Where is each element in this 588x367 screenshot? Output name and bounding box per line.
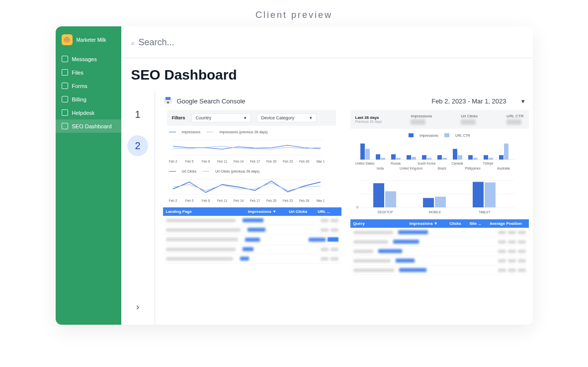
svg-text:United States: United States — [355, 162, 375, 165]
sidebar-item-label: Files — [72, 70, 84, 76]
svg-rect-43 — [468, 155, 473, 160]
svg-text:Feb 17: Feb 17 — [250, 199, 260, 202]
legend-label: URL CTR — [455, 134, 470, 137]
preview-label: Client preview — [0, 0, 588, 26]
date-range-picker[interactable]: Feb 2, 2023 - Mar 1, 2023 ▾ — [431, 97, 524, 105]
svg-rect-30 — [365, 149, 370, 160]
kpi-clicks: Url Clicks — [461, 114, 478, 125]
sidebar-item-files[interactable]: Files — [56, 66, 121, 79]
sidebar-item-label: Messages — [72, 56, 97, 62]
book-icon — [62, 109, 68, 116]
google-search-console-icon — [163, 96, 173, 106]
svg-text:Feb 17: Feb 17 — [250, 160, 260, 163]
gsc-brand: Google Search Console — [163, 96, 246, 106]
col-url[interactable]: URL ... — [318, 209, 338, 214]
table-row[interactable] — [350, 266, 529, 275]
svg-text:Mar 1: Mar 1 — [316, 199, 325, 202]
chevron-down-icon: ▾ — [310, 115, 312, 120]
svg-rect-37 — [422, 155, 426, 160]
main-content: ⌕ Search... SEO Dashboard 1 2 › Google S… — [121, 26, 533, 325]
sidebar-item-label: Forms — [72, 83, 87, 89]
query-table: Query Impressions ▼ Clicks Site ... Aver… — [350, 219, 529, 275]
sidebar-item-label: Helpdesk — [72, 110, 95, 116]
presentation-icon — [62, 123, 68, 129]
country-filter[interactable]: Country▾ — [191, 113, 251, 122]
svg-text:Russia: Russia — [391, 162, 401, 165]
svg-rect-45 — [484, 155, 488, 160]
svg-rect-35 — [407, 155, 411, 160]
table-row[interactable] — [350, 237, 529, 247]
col-clicks[interactable]: Url Clicks — [289, 209, 318, 214]
sidebar-item-forms[interactable]: Forms — [56, 79, 121, 92]
legend-label: Impressions — [420, 134, 438, 137]
kpi-ctr: URL CTR — [506, 114, 523, 125]
sidebar: 🐵 Marketer Milk Messages Files Forms Bil… — [56, 26, 121, 325]
svg-rect-33 — [391, 154, 396, 160]
svg-text:DESKTOP: DESKTOP — [377, 210, 393, 214]
col-site[interactable]: Site ... — [470, 221, 490, 226]
svg-text:Feb 5: Feb 5 — [185, 199, 193, 202]
embedded-dashboard: Google Search Console Feb 2, 2023 - Mar … — [155, 90, 533, 325]
svg-text:Feb 26: Feb 26 — [299, 199, 309, 202]
sidebar-item-billing[interactable]: Billing — [56, 92, 121, 106]
filters-bar: Filters Country▾ Device Category▾ — [167, 110, 336, 126]
step-2[interactable]: 2 — [127, 135, 148, 156]
svg-text:Feb 11: Feb 11 — [217, 160, 227, 163]
svg-rect-42 — [458, 155, 462, 160]
svg-text:Feb 2: Feb 2 — [168, 160, 177, 163]
table-row[interactable] — [163, 235, 341, 245]
legend-swatch — [169, 132, 176, 133]
svg-rect-48 — [504, 144, 508, 160]
step-1[interactable]: 1 — [135, 109, 140, 120]
device-filter[interactable]: Device Category▾ — [257, 113, 317, 122]
search-icon: ⌕ — [131, 39, 135, 46]
svg-rect-34 — [396, 158, 401, 160]
brand[interactable]: 🐵 Marketer Milk — [56, 32, 121, 52]
landing-page-table: Landing Page Impressions ▼ Url Clicks UR… — [163, 207, 341, 264]
table-row[interactable] — [350, 256, 529, 266]
clicks-line-chart: Url Clicks Url Clicks (previous 28 days)… — [163, 168, 341, 204]
col-clicks[interactable]: Clicks — [449, 221, 469, 226]
table-row[interactable] — [350, 228, 529, 237]
col-impressions[interactable]: Impressions ▼ — [409, 221, 449, 226]
legend-swatch — [202, 171, 209, 172]
svg-text:Feb 23: Feb 23 — [282, 160, 293, 163]
chevron-right-icon[interactable]: › — [136, 302, 139, 312]
svg-rect-39 — [437, 155, 442, 160]
col-avg-position[interactable]: Average Position — [490, 221, 526, 226]
legend-swatch — [444, 133, 449, 137]
filters-label: Filters — [172, 115, 185, 120]
clipboard-icon — [62, 83, 68, 89]
svg-text:Türkiye: Türkiye — [483, 162, 494, 166]
svg-rect-68 — [473, 182, 484, 207]
sidebar-item-helpdesk[interactable]: Helpdesk — [56, 106, 121, 119]
svg-text:Brazil: Brazil — [437, 167, 446, 170]
device-bar-chart: 0 DESKTOP MOBILE TABLET — [350, 177, 529, 216]
svg-text:TABLET: TABLET — [478, 210, 490, 214]
svg-text:MOBILE: MOBILE — [428, 210, 441, 214]
table-row[interactable] — [163, 245, 341, 254]
table-row[interactable] — [163, 254, 341, 264]
kpi-impressions: Impressions — [411, 114, 432, 125]
col-impressions[interactable]: Impressions ▼ — [248, 209, 289, 214]
sidebar-item-seo-dashboard[interactable]: SEO Dashboard — [56, 119, 121, 133]
svg-rect-67 — [435, 196, 446, 207]
legend-swatch — [409, 133, 414, 137]
app-window: 🐵 Marketer Milk Messages Files Forms Bil… — [56, 26, 533, 325]
page-title: SEO Dashboard — [121, 58, 533, 90]
kpi-sub-label: Previous 28 days — [355, 120, 382, 123]
svg-rect-65 — [385, 191, 396, 207]
table-row[interactable] — [163, 225, 341, 235]
sidebar-item-messages[interactable]: Messages — [56, 52, 121, 66]
brand-name: Marketer Milk — [77, 37, 106, 43]
svg-rect-1 — [166, 97, 170, 100]
table-row[interactable] — [163, 216, 341, 225]
table-row[interactable] — [350, 247, 529, 256]
legend-label: Url Clicks (previous 28 days) — [215, 170, 259, 173]
search-bar[interactable]: ⌕ Search... — [121, 26, 533, 58]
col-landing-page[interactable]: Landing Page — [166, 209, 248, 214]
legend-label: Url Clicks — [182, 170, 197, 173]
svg-text:Mar 1: Mar 1 — [316, 160, 325, 163]
col-query[interactable]: Query — [353, 221, 410, 226]
dashboard-source-title: Google Search Console — [177, 97, 246, 105]
